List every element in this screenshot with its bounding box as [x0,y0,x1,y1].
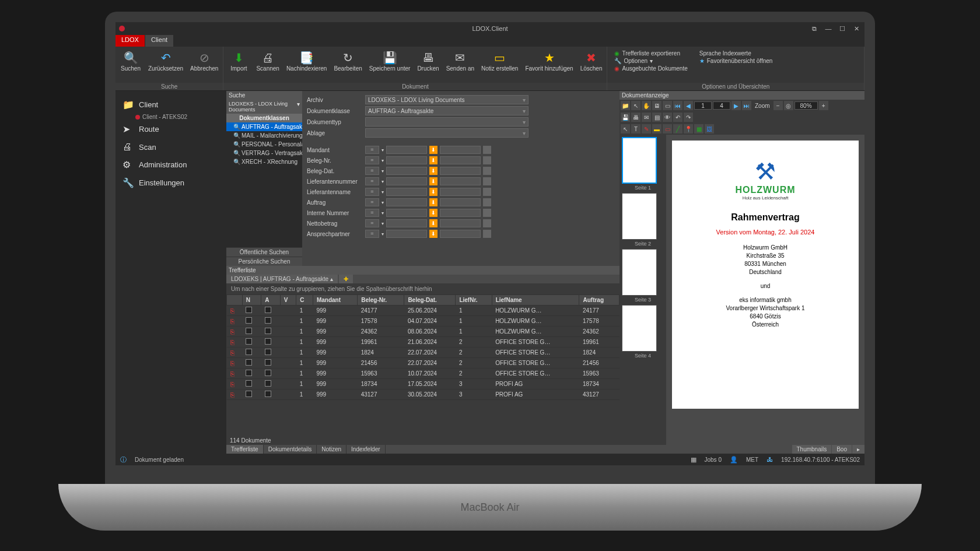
zoom-out[interactable]: − [774,101,783,110]
col-a[interactable]: A [261,295,280,306]
sidebar-settings[interactable]: 🔧Einstellungen [118,174,224,192]
tool-print2[interactable]: 🖶 [631,113,640,122]
filter-value[interactable] [386,198,427,206]
filter-value2[interactable] [440,146,481,154]
tool-rotate-l[interactable]: ↶ [673,113,682,122]
filter-more-icon[interactable] [483,198,491,206]
ptab-bookmarks[interactable]: Boo [832,445,852,454]
filter-apply-icon[interactable]: ⬇ [429,230,438,238]
ptab-thumbnails[interactable]: Thumbnails [792,445,832,454]
filter-apply-icon[interactable]: ⬇ [429,209,438,217]
filter-value[interactable] [386,146,427,154]
tool-pointer[interactable]: ↖ [631,101,640,110]
tree-personal[interactable]: Persönliche Suchen [226,257,302,266]
checkbox[interactable] [246,391,252,397]
filter-apply-icon[interactable]: ⬇ [429,156,438,164]
tool-last[interactable]: ⏭ [742,101,751,110]
checkbox[interactable] [265,317,271,324]
btn-edit[interactable]: ↻Bearbeiten [330,48,365,82]
col-liefnr[interactable]: LiefNr. [456,295,492,306]
filter-more-icon[interactable] [483,230,491,238]
btab-index[interactable]: Indexfelder [346,445,385,454]
combo-klasse[interactable]: AUFTRAG - Auftragsakte [365,106,528,115]
col-beleg[interactable]: Beleg-Nr. [358,295,404,306]
btab-details[interactable]: Dokumentdetails [264,445,317,454]
tool-mail[interactable]: ✉ [642,113,651,122]
filter-value[interactable] [386,230,427,238]
checkbox[interactable] [265,307,271,313]
filter-value2[interactable] [440,198,481,206]
tool-monitor[interactable]: 🖥 [652,101,662,110]
results-tab-add[interactable]: ✚ [339,275,353,283]
btn-note[interactable]: ▭Notiz erstellen [478,48,522,82]
restore-icon[interactable]: ⧉ [810,24,819,33]
col-mandant[interactable]: Mandant [313,295,357,306]
tool-folder[interactable]: 📁 [621,101,630,110]
table-row[interactable]: ⎘19992145622.07.20242OFFICE STORE G…2145… [227,358,620,368]
anno-text[interactable]: T [631,124,640,134]
thumb-4[interactable] [622,305,657,352]
filter-value2[interactable] [440,219,481,227]
filter-apply-icon[interactable]: ⬇ [429,167,438,175]
anno-line[interactable]: ╱ [673,124,682,134]
checkbox[interactable] [246,359,252,366]
filter-op[interactable]: = [365,167,379,175]
tool-rotate-r[interactable]: ↷ [684,113,693,122]
filter-op[interactable]: = [365,209,379,217]
btn-send[interactable]: ✉Senden an [443,48,478,82]
col-liefname[interactable]: LiefName [492,295,579,306]
checkbox[interactable] [246,307,252,313]
results-tab-main[interactable]: LDOXEKS | AUFTRAG - Auftragsakte ▴ [226,275,338,283]
thumb-3[interactable] [622,249,657,296]
table-row[interactable]: ⎘19992417725.06.20241HOLZWURM G…24177 [227,306,620,316]
table-row[interactable]: ⎘1999182422.07.20242OFFICE STORE G…1824 [227,348,620,358]
filter-op[interactable]: = [365,156,379,164]
anno-pointer[interactable]: ↖ [621,124,630,134]
results-grid[interactable]: N A V C Mandant Beleg-Nr. Beleg-Dat. Lie… [226,294,620,436]
col-v[interactable]: V [280,295,296,306]
filter-value2[interactable] [440,209,481,217]
checkbox[interactable] [246,380,252,387]
checkbox[interactable] [265,359,271,366]
combo-typ[interactable] [365,117,528,127]
col-c[interactable]: C [296,295,313,306]
zoom-value[interactable] [794,101,818,110]
filter-value2[interactable] [440,156,481,164]
link-export[interactable]: ◉ Trefferliste exportieren [614,50,687,57]
btn-print[interactable]: 🖶Drucken [414,48,442,82]
tree-item-personal[interactable]: 🔍PERSONAL - Personalakte [226,140,302,149]
zoom-fit[interactable]: ◎ [784,101,793,110]
thumb-1[interactable] [622,137,657,184]
table-row[interactable]: ⎘19991996121.06.20242OFFICE STORE G…1996… [227,337,620,348]
tree-item-vertrag[interactable]: 🔍VERTRAG - Vertragsakte [226,149,302,157]
filter-more-icon[interactable] [483,219,491,227]
tree-item-xrech[interactable]: 🔍XRECH - XRechnung [226,157,302,166]
minimize-icon[interactable]: — [824,24,833,33]
filter-value[interactable] [386,177,427,185]
combo-archiv[interactable]: LDOXEKS - LDOX Living Documents [365,95,528,104]
filter-more-icon[interactable] [483,188,491,196]
document-viewer[interactable]: ⚒ HOLZWURM Holz aus Leidenschaft Rahmenv… [666,135,864,445]
filter-value2[interactable] [440,167,481,175]
table-row[interactable]: ⎘19994312730.05.20243PROFI AG43127 [227,389,620,400]
col-n[interactable]: N [242,295,261,306]
ptab-more[interactable]: ▸ [852,445,864,454]
btn-scan[interactable]: 🖨Scannen [253,48,282,82]
btn-cancel[interactable]: ⊘Abbrechen [187,48,222,82]
tool-prev[interactable]: ◀ [684,101,693,110]
checkbox[interactable] [265,391,271,397]
checkbox[interactable] [246,370,252,376]
filter-value[interactable] [386,209,427,217]
sidebar-admin[interactable]: ⚙Administration [118,156,224,174]
btn-delete[interactable]: ✖Löschen [577,48,606,82]
tool-save[interactable]: 💾 [621,113,630,122]
btn-fav[interactable]: ★Favorit hinzufügen [522,48,576,82]
btab-treffer[interactable]: Trefferliste [226,445,264,454]
anno-stamp[interactable]: ▦ [694,124,704,134]
filter-value2[interactable] [440,188,481,196]
sidebar-client-sub[interactable]: Client - ATEKS02 [118,114,224,120]
checkbox[interactable] [265,370,271,376]
tree-public[interactable]: Öffentliche Suchen [226,247,302,257]
filter-apply-icon[interactable]: ⬇ [429,146,438,154]
btn-import[interactable]: ⬇Import [225,48,253,82]
